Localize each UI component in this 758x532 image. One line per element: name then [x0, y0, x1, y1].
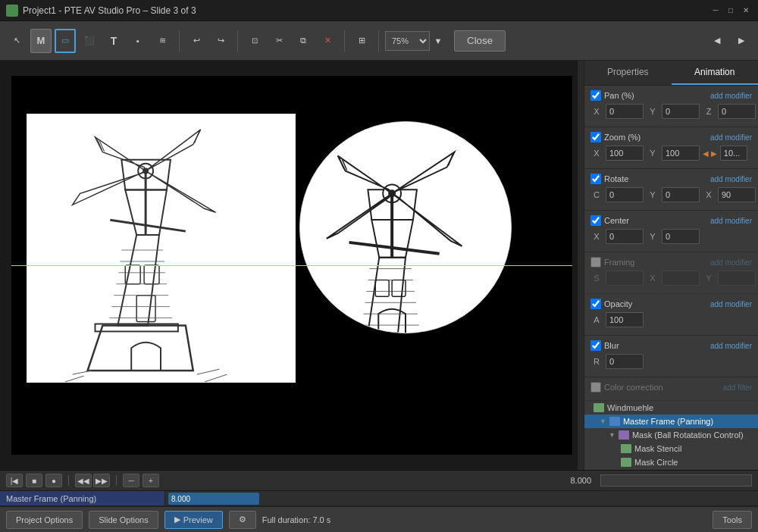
- highlight-tool-button[interactable]: ⬛: [79, 29, 100, 53]
- tl-sep1: [68, 475, 69, 486]
- center-add-modifier[interactable]: add modifier: [710, 217, 752, 225]
- svg-rect-0: [27, 114, 295, 382]
- rotate-y-input[interactable]: [662, 187, 700, 202]
- titlebar: Project1 - PTE AV Studio Pro – Slide 3 o…: [0, 0, 758, 21]
- zoom-checkbox[interactable]: [590, 132, 601, 142]
- record-button[interactable]: ●: [45, 474, 62, 487]
- minimize-button[interactable]: ─: [709, 5, 722, 17]
- project-options-button[interactable]: Project Options: [6, 511, 83, 529]
- redo-button[interactable]: ↪: [210, 29, 231, 53]
- text-tool-button[interactable]: T: [103, 29, 124, 53]
- tab-properties[interactable]: Properties: [584, 61, 672, 85]
- pan-z-input[interactable]: [718, 104, 756, 119]
- undo-button[interactable]: ↩: [186, 29, 207, 53]
- right-panel: Properties Animation Pan (%) add modifie…: [584, 61, 758, 470]
- window-title: Project1 - PTE AV Studio Pro – Slide 3 o…: [23, 5, 196, 16]
- settings-icon-button[interactable]: ⚙: [229, 511, 256, 529]
- tree-item-mask-circle[interactable]: Mask Circle: [584, 455, 758, 469]
- rotate-x-input[interactable]: [718, 187, 756, 202]
- opacity-a-input[interactable]: [606, 312, 644, 327]
- framing-checkbox[interactable]: [590, 257, 601, 268]
- zoom-add-modifier[interactable]: add modifier: [710, 133, 752, 142]
- center-checkbox[interactable]: [590, 215, 601, 226]
- rotate-add-modifier[interactable]: add modifier: [710, 175, 752, 183]
- tree-item-windmuehle[interactable]: Windmuehle: [584, 401, 758, 415]
- next-keyframe-button[interactable]: ▶▶: [93, 474, 110, 487]
- framing-section: Framing add modifier S X Y: [584, 252, 758, 294]
- pan-y-input[interactable]: [662, 104, 700, 119]
- rect-tool-button[interactable]: ▭: [55, 29, 76, 53]
- cursor-tool-button[interactable]: ↖: [6, 29, 27, 53]
- zoom-select[interactable]: 75% 50% 100% 125%: [385, 31, 430, 51]
- close-window-button[interactable]: ✕: [740, 5, 752, 17]
- tab-animation[interactable]: Animation: [672, 61, 759, 85]
- window-controls: ─ □ ✕: [709, 5, 752, 17]
- track-block-master: 8.000: [168, 493, 259, 505]
- pan-x-input[interactable]: [606, 104, 644, 119]
- rotate-c-input[interactable]: [606, 187, 644, 202]
- play-button[interactable]: ■: [26, 474, 42, 487]
- track-bar-master[interactable]: 8.000: [165, 491, 758, 505]
- zoom-x-input[interactable]: [606, 146, 644, 161]
- sep2: [237, 30, 238, 52]
- delete-button[interactable]: ✕: [317, 29, 338, 53]
- zoom-out-timeline-button[interactable]: ─: [123, 474, 139, 487]
- slide-options-button[interactable]: Slide Options: [89, 511, 158, 529]
- m-tool-button[interactable]: M: [30, 29, 52, 53]
- timeline-scrollbar-right[interactable]: [600, 474, 752, 487]
- blur-add-modifier[interactable]: add modifier: [710, 342, 752, 350]
- play-start-button[interactable]: |◀: [6, 474, 23, 487]
- framing-sxy-row: S X Y: [590, 271, 752, 286]
- toolbar: ↖ M ▭ ⬛ T ▪ ≋ ↩ ↪ ⊡ ✂ ⧉ ✕ ⊞ 75% 50% 100%…: [0, 21, 758, 61]
- track-row-master: Master Frame (Panning) 8.000: [0, 491, 758, 506]
- tree-item-master-frame[interactable]: ▼ Master Frame (Panning): [584, 415, 758, 428]
- zoom-control: 75% 50% 100% 125% ▼: [385, 29, 445, 53]
- framing-x-input[interactable]: [662, 271, 700, 286]
- tools-button[interactable]: Tools: [713, 511, 752, 529]
- opacity-checkbox[interactable]: [590, 299, 601, 309]
- rotate-checkbox[interactable]: [590, 174, 601, 184]
- sep3: [344, 30, 345, 52]
- tree-item-mask-stencil[interactable]: Mask Stencil: [584, 442, 758, 455]
- zoom-y-input[interactable]: [662, 146, 700, 161]
- track-label-master: Master Frame (Panning): [0, 491, 165, 505]
- copy-frames-button[interactable]: ⊡: [244, 29, 265, 53]
- pan-checkbox[interactable]: [590, 90, 601, 101]
- framing-s-input[interactable]: [606, 271, 644, 286]
- preview-button[interactable]: ▶ Preview: [164, 511, 223, 529]
- shape-tool-button[interactable]: ▪: [127, 29, 149, 53]
- effect-tool-button[interactable]: ≋: [152, 29, 173, 53]
- prev-keyframe-button[interactable]: ◀◀: [75, 474, 92, 487]
- maximize-button[interactable]: □: [725, 5, 737, 17]
- center-x-input[interactable]: [606, 229, 644, 244]
- zoom-in-timeline-button[interactable]: +: [143, 474, 159, 487]
- canvas-scrollbar[interactable]: [578, 61, 584, 470]
- zoom-xy-row: X Y ◀ ▶: [590, 146, 752, 161]
- center-y-input[interactable]: [662, 229, 700, 244]
- tl-sep2: [116, 475, 117, 486]
- zoom-dropdown-button[interactable]: ▼: [431, 29, 445, 53]
- zoom-extra-input[interactable]: [720, 146, 747, 161]
- nav-next-button[interactable]: ▶: [731, 29, 752, 53]
- mask-ball-chevron[interactable]: ▼: [609, 431, 615, 439]
- opacity-add-modifier[interactable]: add modifier: [710, 300, 752, 308]
- grid-button[interactable]: ⊞: [351, 29, 372, 53]
- zoom-header: Zoom (%) add modifier: [590, 132, 752, 142]
- canvas-area[interactable]: [0, 61, 584, 470]
- pan-add-modifier[interactable]: add modifier: [710, 92, 752, 100]
- tree-item-mask-ball[interactable]: ▼ Mask (Ball Rotatation Control): [584, 428, 758, 442]
- framing-add-modifier[interactable]: add modifier: [710, 258, 752, 267]
- master-frame-chevron[interactable]: ▼: [600, 418, 606, 425]
- panel-tabs: Properties Animation: [584, 61, 758, 86]
- color-add-filter[interactable]: add filter: [723, 383, 752, 392]
- cut-button[interactable]: ✂: [268, 29, 290, 53]
- paste-button[interactable]: ⧉: [293, 29, 314, 53]
- framing-y-input[interactable]: [718, 271, 756, 286]
- bottom-bar: Project Options Slide Options ▶ Preview …: [0, 506, 758, 532]
- close-button[interactable]: Close: [454, 30, 506, 52]
- main-area: Properties Animation Pan (%) add modifie…: [0, 61, 758, 470]
- blur-r-input[interactable]: [606, 354, 644, 369]
- blur-checkbox[interactable]: [590, 340, 601, 351]
- color-correction-checkbox[interactable]: [590, 382, 601, 393]
- nav-prev-button[interactable]: ◀: [706, 29, 728, 53]
